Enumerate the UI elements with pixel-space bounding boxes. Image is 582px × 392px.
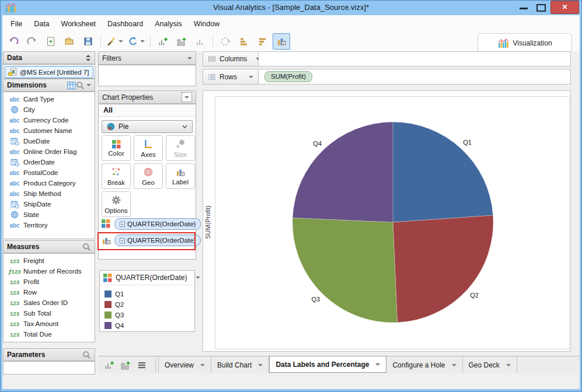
menu-dashboard[interactable]: Dashboard	[102, 16, 149, 32]
open-folder-button[interactable]	[61, 33, 78, 50]
chevron-down-icon[interactable]	[375, 363, 380, 366]
pie-slice-Q1[interactable]	[393, 122, 493, 222]
legend-item[interactable]: Q2	[100, 299, 194, 310]
sheet-tab[interactable]: Build Chart	[211, 356, 269, 373]
color-button[interactable]: Color	[102, 135, 131, 161]
chevron-down-icon[interactable]	[452, 364, 456, 366]
sheet-tab-label: Configure a Hole	[392, 361, 445, 369]
legend-header[interactable]: QUARTER(OrderDate)	[100, 271, 194, 285]
dimension-item[interactable]: abcCard Type	[4, 94, 95, 104]
marquee-button[interactable]	[217, 33, 234, 50]
search-icon[interactable]	[76, 81, 85, 90]
save-button[interactable]	[79, 33, 97, 50]
chevron-down-icon[interactable]	[200, 364, 205, 366]
search-icon[interactable]	[82, 351, 91, 359]
legend-card: QUARTER(OrderDate) Q1Q2Q3Q4	[99, 270, 195, 332]
chevron-down-icon[interactable]	[86, 84, 91, 86]
dimension-item[interactable]: 12OrderDate	[4, 157, 95, 167]
measure-item[interactable]: 123Freight	[4, 256, 95, 266]
dimension-item[interactable]: 12ShipDate	[4, 199, 95, 209]
sheet-tab[interactable]: Overview	[158, 356, 211, 373]
chevron-down-icon	[184, 96, 189, 99]
measure-item[interactable]: ƒ123Number of Records	[4, 266, 95, 276]
menu-worksheet[interactable]: Worksheet	[55, 16, 102, 32]
data-source-item[interactable]: @MS Excel [Untitled 7]	[5, 66, 93, 78]
chevron-down-icon[interactable]	[187, 57, 192, 60]
geo-button[interactable]: Geo	[134, 163, 163, 189]
show-labels-button[interactable]	[273, 33, 290, 50]
chevron-down-icon[interactable]	[258, 364, 263, 366]
measure-item[interactable]: 123Tax Amount	[4, 318, 95, 329]
search-icon[interactable]	[82, 243, 91, 251]
chart-bars-button[interactable]	[191, 33, 209, 50]
measure-item[interactable]: 123Profit	[4, 276, 95, 287]
filters-shelf[interactable]	[98, 65, 196, 86]
measure-item[interactable]: 123Sub Total	[4, 308, 95, 318]
menu-window[interactable]: Window	[188, 16, 225, 32]
dimension-item[interactable]: abcPostalCode	[4, 167, 95, 178]
minimize-button[interactable]	[520, 8, 528, 9]
sheet-tab[interactable]: Data Labels and Percentage	[269, 356, 386, 373]
pie-slice-Q3[interactable]	[292, 218, 398, 323]
legend-item[interactable]: Q4	[100, 320, 194, 331]
dropdown-caret[interactable]	[140, 40, 145, 43]
legend-item[interactable]: Q1	[100, 289, 194, 299]
add-dashboard-button[interactable]	[173, 33, 190, 50]
expand-plus-icon[interactable]	[120, 222, 125, 227]
chevron-down-icon[interactable]	[249, 76, 253, 78]
refresh-button[interactable]	[126, 33, 147, 50]
color-squares-icon	[112, 140, 121, 149]
table-view-icon[interactable]	[67, 82, 76, 89]
rows-pill[interactable]: SUM(Profit)	[264, 71, 312, 82]
add-worksheet-button[interactable]	[104, 360, 114, 370]
maximize-button[interactable]	[536, 4, 546, 12]
sheet-tab[interactable]: Configure a Hole	[386, 356, 462, 373]
legend-item[interactable]: Q3	[100, 310, 194, 320]
menu-analysis[interactable]: Analysis	[149, 16, 188, 32]
redo-button[interactable]	[23, 33, 41, 50]
measure-item[interactable]: 123Row	[4, 287, 95, 298]
undo-button[interactable]	[5, 33, 22, 50]
size-button[interactable]: Size	[166, 135, 195, 161]
sort-ascending-button[interactable]	[235, 33, 253, 50]
dimension-item[interactable]: abcCurrency Code	[4, 115, 95, 125]
rows-shelf[interactable]: SUM(Profit)	[259, 69, 571, 85]
dimension-item[interactable]: City	[4, 104, 95, 115]
measure-item[interactable]: 123Total Due	[4, 329, 95, 340]
rows-shelf-label[interactable]: Rows	[203, 69, 259, 85]
chevron-down-icon[interactable]	[196, 276, 200, 279]
menu-file[interactable]: File	[5, 16, 28, 32]
new-document-button[interactable]	[42, 33, 60, 50]
dropdown-caret[interactable]	[119, 40, 123, 43]
add-dashboard-button[interactable]	[120, 360, 131, 370]
dimension-item[interactable]: abcProduct Category	[4, 178, 95, 188]
connect-wand-button[interactable]	[104, 33, 125, 50]
visualization-tab[interactable]: Visualization	[478, 33, 572, 52]
add-worksheet-button[interactable]	[154, 33, 172, 50]
sort-descending-button[interactable]	[254, 33, 271, 50]
break-button[interactable]: Break	[102, 163, 131, 189]
shelf-chip[interactable]: QUARTER(OrderDate)	[114, 218, 201, 230]
columns-shelf-label[interactable]: Columns	[203, 51, 259, 66]
label-button[interactable]: Label	[166, 163, 195, 189]
chart-type-select[interactable]: Pie	[102, 120, 193, 133]
measure-item[interactable]: 123Sales Order ID	[4, 298, 95, 308]
dimension-item[interactable]: abcTerritory	[4, 220, 95, 230]
sort-updown-icon[interactable]	[85, 54, 91, 62]
pie-slice-Q2[interactable]	[393, 215, 493, 323]
close-button[interactable]: ✕	[550, 1, 579, 14]
menu-data[interactable]: Data	[28, 16, 55, 32]
options-button[interactable]: Options	[102, 191, 131, 217]
dimension-item[interactable]: abcOnline Order Flag	[4, 146, 95, 157]
dimension-item[interactable]: State	[4, 209, 95, 220]
dimension-item[interactable]: abcShip Method	[4, 188, 95, 199]
columns-shelf[interactable]	[259, 51, 571, 66]
chart-properties-menu-button[interactable]	[182, 92, 192, 102]
sheet-tab[interactable]: Geo Deck	[463, 356, 517, 373]
chevron-down-icon[interactable]	[506, 364, 511, 366]
dimension-item[interactable]: abcCustomer Name	[4, 125, 95, 136]
dimension-item[interactable]: 12DueDate	[4, 136, 95, 146]
worksheet-list-button[interactable]	[137, 360, 147, 370]
axes-button[interactable]: Axes	[134, 135, 163, 161]
pie-slice-Q4[interactable]	[292, 122, 393, 222]
